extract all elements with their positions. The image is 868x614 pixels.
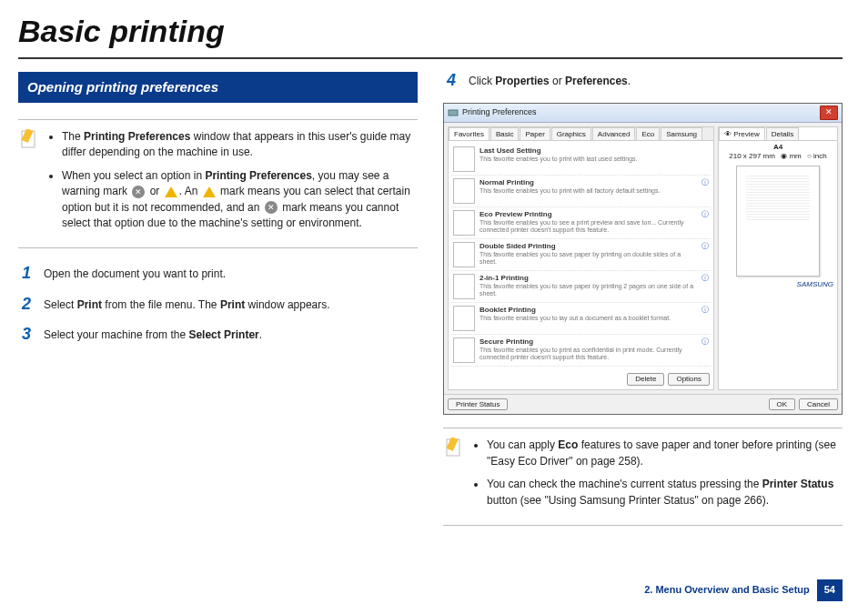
- step-4: 4 Click Properties or Preferences.: [443, 72, 843, 89]
- unit-mm-radio[interactable]: ◉ mm: [781, 152, 802, 160]
- step-body: Select Print from the file menu. The Pri…: [44, 296, 418, 313]
- tab-favorites[interactable]: Favorites: [449, 127, 490, 141]
- page-preview: [736, 166, 820, 277]
- title-rule: [18, 57, 843, 59]
- note-a-item-2: When you select an option in Printing Pr…: [62, 168, 418, 232]
- details-tab[interactable]: Details: [766, 127, 799, 141]
- favorite-item[interactable]: Double Sided PrintingThis favorite enabl…: [451, 239, 711, 271]
- note-a-item-1: The Printing Preferences window that app…: [62, 129, 418, 161]
- cancel-button[interactable]: Cancel: [799, 398, 838, 411]
- note-b-item-2: You can check the machine's current stat…: [487, 477, 843, 508]
- info-icon: ⓘ: [700, 306, 709, 331]
- page-icon: [453, 274, 475, 299]
- x-mark-icon: [132, 186, 145, 198]
- delete-button[interactable]: Delete: [627, 373, 664, 386]
- step-3: 3 Select your machine from the Select Pr…: [18, 326, 418, 343]
- favorite-item[interactable]: Eco Preview PrintingThis favorite enable…: [451, 207, 711, 239]
- x-mark-icon: [265, 201, 278, 214]
- warning-icon: [165, 186, 177, 197]
- step-2: 2 Select Print from the file menu. The P…: [18, 296, 418, 313]
- info-icon: ⓘ: [700, 274, 709, 299]
- step-body: Open the document you want to print.: [44, 265, 418, 282]
- step-1: 1 Open the document you want to print.: [18, 265, 418, 282]
- tab-advanced[interactable]: Advanced: [592, 127, 636, 141]
- info-icon: ⓘ: [700, 337, 709, 363]
- note-b-item-1: You can apply Eco features to save paper…: [487, 438, 843, 469]
- step-number: 2: [18, 296, 31, 312]
- favorite-item[interactable]: Normal PrintingThis favorite enables you…: [451, 176, 711, 207]
- printer-status-button[interactable]: Printer Status: [448, 398, 508, 411]
- window-titlebar: Printing Preferences ✕: [444, 104, 842, 123]
- step-number: 4: [443, 72, 456, 88]
- step-body: Click Properties or Preferences.: [469, 72, 843, 89]
- favorite-item[interactable]: Last Used SettingThis favorite enables y…: [451, 144, 711, 176]
- tab-paper[interactable]: Paper: [520, 127, 550, 141]
- step-number: 3: [18, 326, 31, 342]
- page-icon: [453, 146, 475, 172]
- step-number: 1: [18, 265, 31, 281]
- tab-graphics[interactable]: Graphics: [551, 127, 591, 141]
- favorite-item[interactable]: Booklet PrintingThis favorite enables yo…: [451, 303, 711, 335]
- favorite-item[interactable]: Secure PrintingThis favorite enables you…: [451, 335, 711, 367]
- options-button[interactable]: Options: [668, 373, 710, 386]
- note-icon: [443, 438, 465, 516]
- tab-basic[interactable]: Basic: [490, 127, 520, 141]
- step-body: Select your machine from the Select Prin…: [44, 326, 418, 343]
- tab-samsung[interactable]: Samsung: [661, 127, 702, 141]
- page-icon: [453, 242, 475, 267]
- preview-tab[interactable]: 👁 Preview: [719, 127, 765, 141]
- printing-preferences-screenshot: Printing Preferences ✕ Favorites Basic P…: [443, 103, 843, 416]
- note-icon: [18, 129, 40, 238]
- paper-size-label: A4: [721, 143, 835, 152]
- note-box-b: You can apply Eco features to save paper…: [443, 428, 843, 526]
- page-icon: [453, 210, 475, 236]
- tab-eco[interactable]: Eco: [636, 127, 660, 141]
- svg-rect-2: [449, 110, 458, 116]
- page-icon: [453, 337, 475, 363]
- eye-icon: 👁: [724, 130, 732, 138]
- chapter-label: 2. Menu Overview and Basic Setup: [644, 583, 810, 598]
- info-icon: ⓘ: [700, 242, 709, 267]
- page-footer: 2. Menu Overview and Basic Setup 54: [644, 579, 843, 601]
- section-heading: Opening printing preferences: [18, 72, 418, 103]
- tab-strip: Favorites Basic Paper Graphics Advanced …: [449, 127, 713, 142]
- page-icon: [453, 306, 475, 331]
- note-box-a: The Printing Preferences window that app…: [18, 119, 418, 248]
- printer-icon: [448, 107, 459, 118]
- favorites-list: Last Used SettingThis favorite enables y…: [449, 141, 713, 369]
- info-icon: ⓘ: [700, 178, 709, 204]
- ok-button[interactable]: OK: [769, 398, 796, 411]
- page-icon: [453, 178, 475, 204]
- close-icon[interactable]: ✕: [820, 106, 838, 120]
- page-title: Basic printing: [18, 9, 843, 54]
- info-icon: ⓘ: [700, 210, 709, 236]
- page-number: 54: [817, 579, 843, 601]
- favorite-item[interactable]: 2-in-1 PrintingThis favorite enables you…: [451, 271, 711, 303]
- warning-icon: [203, 186, 216, 197]
- unit-inch-radio[interactable]: ○ inch: [807, 152, 827, 160]
- samsung-logo: SAMSUNG: [797, 280, 833, 289]
